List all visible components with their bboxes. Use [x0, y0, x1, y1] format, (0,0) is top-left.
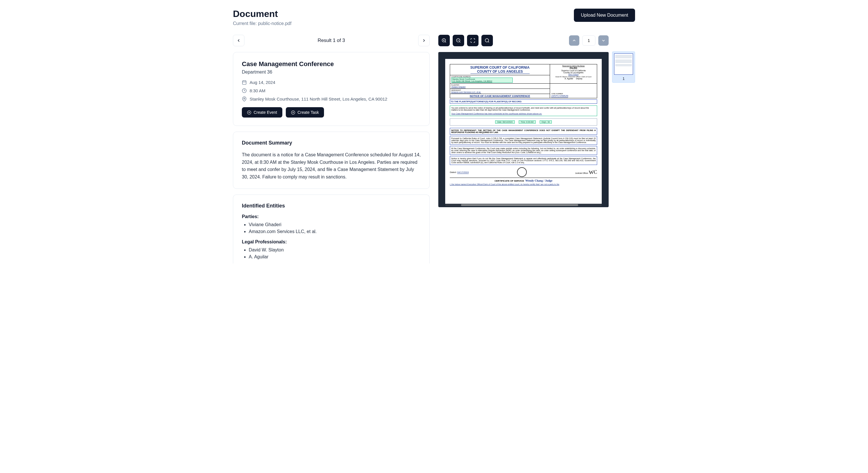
- location-icon: [242, 96, 247, 101]
- chevron-down-icon: [601, 38, 606, 43]
- event-location: Stanley Mosk Courthouse, 111 North Hill …: [250, 96, 387, 101]
- summary-title: Document Summary: [242, 140, 421, 146]
- event-location-row: Stanley Mosk Courthouse, 111 North Hill …: [242, 96, 421, 101]
- zoom-in-button[interactable]: [438, 35, 450, 46]
- event-time: 8:30 AM: [250, 88, 266, 93]
- thumbnail-panel: 1: [612, 52, 635, 269]
- event-date: Aug 14, 2024: [250, 80, 275, 85]
- notice-title: NOTICE OF CASE MANAGEMENT CONFERENCE: [450, 94, 550, 98]
- results-nav: Result 1 of 3: [233, 35, 430, 46]
- entities-title: Identified Entities: [242, 203, 421, 209]
- hearing-details: Date: 08/14/2024 Time: 8:30 AM Dept.: 36: [450, 118, 597, 125]
- entity-group-label: Legal Professionals:: [242, 239, 421, 244]
- chevron-up-icon: [572, 38, 577, 43]
- page-thumbnail-1[interactable]: 1: [612, 52, 635, 83]
- svg-line-20: [488, 41, 489, 42]
- page-title: Document: [233, 9, 291, 19]
- zoom-in-icon: [441, 38, 447, 43]
- create-task-button[interactable]: Create Task: [286, 107, 324, 118]
- expand-icon: [470, 38, 475, 43]
- thumbnail-page-number: 1: [614, 77, 633, 81]
- horizontal-scrollbar[interactable]: [445, 204, 602, 206]
- prev-page-button[interactable]: [569, 35, 579, 46]
- zoom-out-icon: [456, 38, 461, 43]
- svg-line-17: [459, 41, 460, 42]
- summary-body: The document is a notice for a Case Mana…: [242, 151, 421, 180]
- signature-icon: WC: [589, 169, 597, 176]
- document-page: SUPERIOR COURT OF CALIFORNIACOUNTY OF LO…: [445, 59, 602, 204]
- chevron-right-icon: [422, 38, 426, 43]
- filed-stamp: FILED: [551, 67, 596, 69]
- summary-card: Document Summary The document is a notic…: [233, 131, 430, 189]
- viewer-toolbar: [438, 35, 609, 46]
- search-button[interactable]: [482, 35, 493, 46]
- order-box: You are ordered to serve this notice of …: [450, 106, 597, 116]
- event-title: Case Management Conference: [242, 60, 421, 68]
- result-counter: Result 1 of 3: [318, 38, 345, 43]
- chevron-left-icon: [237, 38, 241, 43]
- header-row: Document Current file: public-notice.pdf…: [233, 9, 635, 26]
- event-date-row: Aug 14, 2024: [242, 80, 421, 85]
- entity-item: A. Aguilar: [249, 254, 421, 260]
- entity-item: David W. Slayton: [249, 247, 421, 253]
- case-number: 24STCV09529: [551, 94, 568, 98]
- calendar-icon: [242, 80, 247, 85]
- svg-line-13: [445, 41, 446, 42]
- entity-item: Viviane Ghaderi: [249, 222, 421, 227]
- search-icon: [485, 38, 490, 43]
- signature-row: Dated: 04/17/2024 Judicial Officer WC: [450, 167, 597, 178]
- next-page-button[interactable]: [598, 35, 609, 46]
- doc-court-name: SUPERIOR COURT OF CALIFORNIACOUNTY OF LO…: [470, 65, 530, 74]
- court-seal-icon: [517, 167, 527, 177]
- current-file-label: Current file: public-notice.pdf: [233, 21, 291, 26]
- entity-item: Amazon.com Services LLC, et al.: [249, 229, 421, 234]
- event-time-row: 8:30 AM: [242, 88, 421, 93]
- svg-point-5: [244, 98, 245, 99]
- prev-result-button[interactable]: [233, 35, 244, 46]
- clock-icon: [242, 88, 247, 93]
- entities-card: Identified Entities Parties:Viviane Ghad…: [233, 195, 430, 264]
- event-card: Case Management Conference Department 36…: [233, 52, 430, 126]
- plus-circle-icon: [291, 110, 295, 115]
- create-event-button[interactable]: Create Event: [242, 107, 282, 118]
- entity-group-label: Parties:: [242, 214, 421, 219]
- plus-circle-icon: [247, 110, 251, 115]
- zoom-out-button[interactable]: [453, 35, 464, 46]
- next-result-button[interactable]: [418, 35, 430, 46]
- svg-point-19: [485, 38, 489, 42]
- page-number-input[interactable]: [582, 35, 595, 46]
- svg-rect-0: [242, 81, 246, 85]
- fullscreen-button[interactable]: [467, 35, 478, 46]
- event-subtitle: Department 36: [242, 69, 421, 75]
- upload-document-button[interactable]: Upload New Document: [574, 9, 635, 22]
- document-preview[interactable]: SUPERIOR COURT OF CALIFORNIACOUNTY OF LO…: [438, 52, 609, 207]
